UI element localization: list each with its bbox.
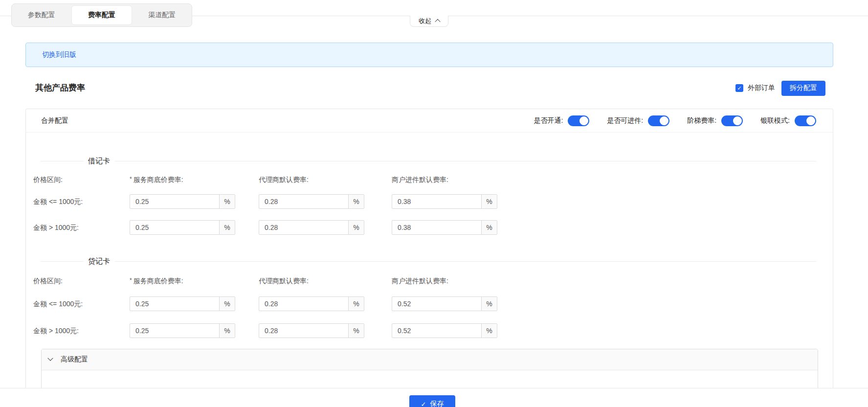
percent-addon: % xyxy=(481,324,497,338)
merchant-default-rate-label: 商户进件默认费率: xyxy=(392,175,448,184)
config-tab-bar: 参数配置 费率配置 渠道配置 xyxy=(11,3,192,27)
rate-input-group: % xyxy=(259,323,364,338)
check-icon: ✓ xyxy=(737,86,741,91)
external-order-checkbox[interactable]: ✓ xyxy=(735,84,743,92)
debit-card-title: 借记卡 xyxy=(84,157,114,166)
card-header: 合并配置 是否开通: 是否可进件: 阶梯费率: 银联模式: xyxy=(26,109,833,133)
toggle-intake-label: 是否可进件: xyxy=(607,116,643,125)
switch-knob xyxy=(579,116,588,125)
advanced-config-panel: 高级配置 xyxy=(41,349,818,388)
credit-card-title: 贷记卡 xyxy=(84,257,114,266)
rate-input-group: % xyxy=(392,194,497,209)
percent-addon: % xyxy=(219,195,235,208)
toggle-tiered: 阶梯费率: xyxy=(687,115,743,126)
required-mark: * xyxy=(130,176,132,182)
rate-input[interactable] xyxy=(259,324,348,338)
rate-input[interactable] xyxy=(392,195,481,208)
top-divider-right xyxy=(448,16,868,16)
switch-knob xyxy=(806,116,815,125)
percent-addon: % xyxy=(348,195,364,208)
tab-parameter-config[interactable]: 参数配置 xyxy=(12,4,71,26)
provider-floor-rate-label: *服务商底价费率: xyxy=(130,175,183,185)
advanced-config-label: 高级配置 xyxy=(61,355,88,364)
amount-range-label: 金额 > 1000元: xyxy=(33,323,79,338)
amount-range-label: 金额 > 1000元: xyxy=(33,220,79,235)
header-controls: ✓ 外部订单 拆分配置 xyxy=(735,80,825,96)
percent-addon: % xyxy=(348,221,364,234)
advanced-config-header[interactable]: 高级配置 xyxy=(42,349,818,370)
toggle-intake: 是否可进件: xyxy=(607,115,669,126)
rate-input[interactable] xyxy=(392,297,481,311)
percent-addon: % xyxy=(219,324,235,338)
switch-old-version-link[interactable]: 切换到旧版 xyxy=(42,50,76,59)
tiered-rate-switch[interactable] xyxy=(721,115,743,126)
rate-input[interactable] xyxy=(130,324,219,338)
debit-row-lte-1000: 金额 <= 1000元: % % % xyxy=(26,194,833,209)
merged-config-card: 合并配置 是否开通: 是否可进件: 阶梯费率: 银联模式: 借记卡 xyxy=(25,109,833,388)
unionpay-mode-switch[interactable] xyxy=(795,115,816,126)
rate-input-group: % xyxy=(259,296,364,311)
page-title: 其他产品费率 xyxy=(35,82,85,93)
split-config-button[interactable]: 拆分配置 xyxy=(781,81,825,96)
divider-line xyxy=(114,161,816,161)
merchant-default-rate-label: 商户进件默认费率: xyxy=(392,276,448,286)
switch-knob xyxy=(733,116,742,125)
chevron-down-icon xyxy=(47,356,53,361)
rate-input[interactable] xyxy=(130,221,219,234)
agent-default-rate-label: 代理商默认费率: xyxy=(259,175,309,184)
percent-addon: % xyxy=(348,324,364,338)
rate-input-group: % xyxy=(259,194,364,209)
rate-input-group: % xyxy=(392,220,497,235)
check-icon: ✓ xyxy=(421,401,426,407)
rate-input[interactable] xyxy=(130,195,219,208)
provider-floor-rate-label: *服务商底价费率: xyxy=(130,276,183,286)
chevron-up-icon xyxy=(435,19,440,24)
tab-channel-config[interactable]: 渠道配置 xyxy=(133,4,192,26)
rate-input-group: % xyxy=(392,323,497,338)
rate-input[interactable] xyxy=(259,221,348,234)
credit-row-gt-1000: 金额 > 1000元: % % % xyxy=(26,323,833,338)
required-mark: * xyxy=(130,277,132,284)
switch-knob xyxy=(660,116,668,125)
credit-row-lte-1000: 金额 <= 1000元: % % % xyxy=(26,296,833,311)
rate-input[interactable] xyxy=(259,195,348,208)
toggle-tiered-label: 阶梯费率: xyxy=(687,116,716,125)
save-bar: ✓ 保存 xyxy=(0,388,868,407)
rate-input[interactable] xyxy=(392,324,481,338)
amount-range-label: 金额 <= 1000元: xyxy=(33,194,83,209)
agent-default-rate-label: 代理商默认费率: xyxy=(259,276,309,286)
rate-input-group: % xyxy=(259,220,364,235)
percent-addon: % xyxy=(481,297,497,311)
divider-line xyxy=(41,161,84,161)
toggle-group: 是否开通: 是否可进件: 阶梯费率: 银联模式: xyxy=(534,115,816,126)
intake-allowed-switch[interactable] xyxy=(648,115,669,126)
amount-range-label: 金额 <= 1000元: xyxy=(33,296,83,311)
enabled-switch[interactable] xyxy=(568,115,589,126)
price-range-label: 价格区间: xyxy=(33,276,63,286)
toggle-unionpay-label: 银联模式: xyxy=(760,116,790,125)
external-order-label: 外部订单 xyxy=(748,84,775,92)
divider-line xyxy=(41,261,84,262)
debit-column-labels: 价格区间: *服务商底价费率: 代理商默认费率: 商户进件默认费率: xyxy=(26,175,833,184)
rate-input-group: % xyxy=(130,296,235,311)
toggle-enabled: 是否开通: xyxy=(534,115,589,126)
toggle-unionpay: 银联模式: xyxy=(760,115,816,126)
version-banner: 切换到旧版 xyxy=(25,43,833,67)
credit-column-labels: 价格区间: *服务商底价费率: 代理商默认费率: 商户进件默认费率: xyxy=(26,276,833,286)
rate-input[interactable] xyxy=(392,221,481,234)
tab-rate-config[interactable]: 费率配置 xyxy=(71,5,132,25)
percent-addon: % xyxy=(219,221,235,234)
debit-card-divider: 借记卡 xyxy=(41,156,816,166)
rate-input-group: % xyxy=(392,296,497,311)
card-title: 合并配置 xyxy=(41,116,68,125)
collapse-panel-toggle[interactable]: 收起 xyxy=(410,16,448,27)
toggle-enabled-label: 是否开通: xyxy=(534,116,563,125)
rate-input-group: % xyxy=(130,220,235,235)
rate-input[interactable] xyxy=(259,297,348,311)
debit-row-gt-1000: 金额 > 1000元: % % % xyxy=(26,220,833,235)
save-button[interactable]: ✓ 保存 xyxy=(409,395,455,407)
divider-line xyxy=(114,261,816,262)
percent-addon: % xyxy=(481,195,497,208)
percent-addon: % xyxy=(219,297,235,311)
rate-input[interactable] xyxy=(130,297,219,311)
